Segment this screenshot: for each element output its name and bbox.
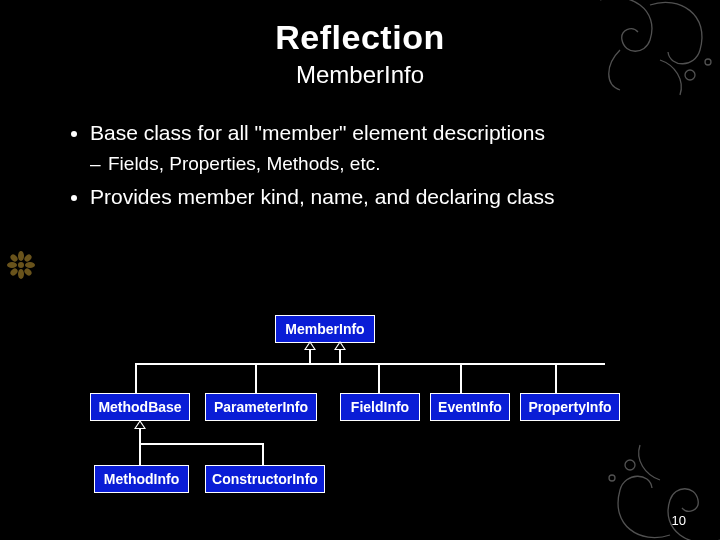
connector-line (460, 363, 462, 393)
svg-point-9 (9, 267, 19, 277)
svg-point-3 (18, 251, 24, 261)
node-methodinfo: MethodInfo (94, 465, 189, 493)
connector-line (139, 443, 264, 445)
node-propertyinfo: PropertyInfo (520, 393, 620, 421)
node-methodbase: MethodBase (90, 393, 190, 421)
connector-line (135, 363, 605, 365)
svg-point-2 (18, 262, 24, 268)
svg-point-10 (23, 267, 33, 277)
connector-line (339, 350, 341, 363)
class-hierarchy-diagram: MemberInfo MethodBase ParameterInfo Fiel… (80, 315, 660, 505)
node-parameterinfo: ParameterInfo (205, 393, 317, 421)
node-eventinfo: EventInfo (430, 393, 510, 421)
svg-point-8 (23, 253, 33, 263)
decorative-flower-left (6, 250, 36, 280)
bullet-text: Base class for all "member" element desc… (90, 121, 545, 144)
connector-line (135, 363, 137, 393)
bullet-item: Provides member kind, name, and declarin… (90, 183, 720, 211)
svg-point-7 (9, 253, 19, 263)
inherit-arrow-icon (134, 420, 146, 429)
node-constructorinfo: ConstructorInfo (205, 465, 325, 493)
svg-point-5 (7, 262, 17, 268)
connector-line (309, 350, 311, 363)
connector-line (139, 443, 141, 465)
connector-line (139, 429, 141, 443)
slide-subtitle: MemberInfo (0, 61, 720, 89)
svg-point-6 (25, 262, 35, 268)
svg-point-4 (18, 269, 24, 279)
bullet-list: Base class for all "member" element desc… (70, 119, 720, 211)
page-number: 10 (672, 513, 686, 528)
connector-line (378, 363, 380, 393)
bullet-item: Base class for all "member" element desc… (90, 119, 720, 177)
connector-line (555, 363, 557, 393)
connector-line (255, 363, 257, 393)
inherit-arrow-icon (334, 341, 346, 350)
inherit-arrow-icon (304, 341, 316, 350)
slide-title: Reflection (0, 18, 720, 57)
connector-line (262, 443, 264, 465)
node-memberinfo: MemberInfo (275, 315, 375, 343)
node-fieldinfo: FieldInfo (340, 393, 420, 421)
sub-bullet-item: Fields, Properties, Methods, etc. (108, 151, 720, 177)
